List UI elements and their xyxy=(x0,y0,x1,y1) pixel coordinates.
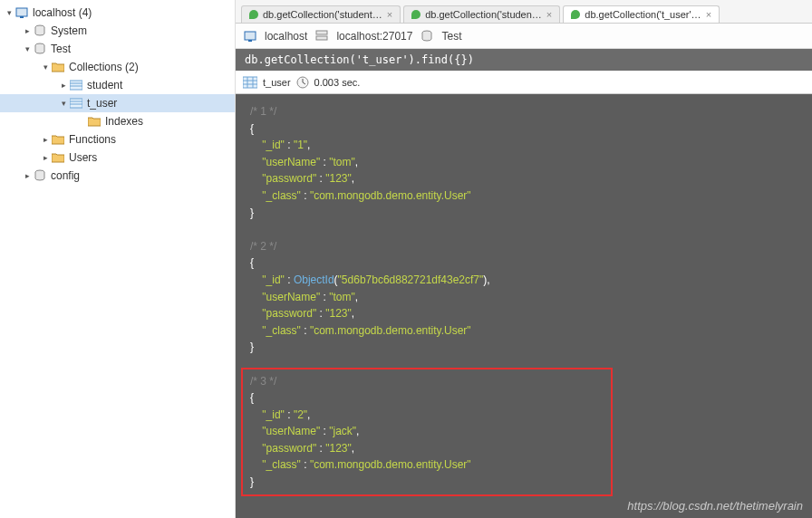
tab-query-3[interactable]: db.getCollection('t_user'… × xyxy=(563,5,720,23)
tree-label: Indexes xyxy=(105,115,143,128)
result-statusbar: t_user 0.003 sec. xyxy=(236,71,812,94)
result-time: 0.003 sec. xyxy=(314,77,361,88)
tree-node-system[interactable]: ▸ System xyxy=(0,22,235,40)
tab-label: db.getCollection('t_user'… xyxy=(585,9,701,20)
tree-label: Test xyxy=(51,43,71,55)
collection-icon xyxy=(69,78,83,92)
database-icon xyxy=(33,168,47,183)
crumb-host[interactable]: localhost xyxy=(265,30,307,43)
folder-icon xyxy=(51,150,65,165)
editor-tabs: db.getCollection('student… × db.getColle… xyxy=(236,0,812,24)
svg-rect-1 xyxy=(20,16,24,18)
close-icon[interactable]: × xyxy=(546,9,552,20)
database-icon xyxy=(33,24,47,38)
tree-node-host[interactable]: ▾ localhost (4) xyxy=(0,4,235,22)
doc-comment: /* 3 */ xyxy=(236,373,812,390)
svg-rect-13 xyxy=(316,31,327,34)
tree-node-config[interactable]: ▸ config xyxy=(0,167,235,185)
tab-query-1[interactable]: db.getCollection('student… × xyxy=(241,5,401,23)
host-icon xyxy=(14,5,29,20)
tree-node-collections[interactable]: ▾ Collections (2) xyxy=(0,58,235,76)
folder-icon xyxy=(87,114,102,129)
database-icon xyxy=(33,42,47,56)
close-icon[interactable]: × xyxy=(706,9,711,20)
doc-field: "password" : "123", xyxy=(236,305,812,322)
watermark: https://blog.csdn.net/thetimelyrain xyxy=(627,499,803,513)
doc-field: "userName" : "tom", xyxy=(236,154,812,171)
folder-icon xyxy=(51,132,65,147)
brace-close: } xyxy=(236,205,812,222)
tree-node-student[interactable]: ▸ student xyxy=(0,76,235,94)
connection-tree: ▾ localhost (4) ▸ System ▾ Test ▾ Collec… xyxy=(0,0,236,518)
tree-label: student xyxy=(87,79,122,91)
tree-label: t_user xyxy=(87,97,117,110)
svg-rect-16 xyxy=(243,77,257,88)
tree-label: Users xyxy=(69,151,97,164)
table-icon xyxy=(243,76,257,89)
tree-node-indexes[interactable]: ▸ Indexes xyxy=(0,112,235,130)
tree-node-t-user[interactable]: ▾ t_user xyxy=(0,94,235,112)
tree-node-users[interactable]: ▸ Users xyxy=(0,149,235,167)
doc-field: "userName" : "jack", xyxy=(236,423,812,440)
doc-comment: /* 1 */ xyxy=(236,103,812,120)
tab-label: db.getCollection('studen… xyxy=(425,9,542,20)
crumb-hostport[interactable]: localhost:27017 xyxy=(336,30,412,43)
leaf-icon xyxy=(249,10,258,19)
tree-node-functions[interactable]: ▸ Functions xyxy=(0,130,235,149)
svg-rect-14 xyxy=(316,36,327,40)
svg-rect-4 xyxy=(70,81,82,90)
tab-label: db.getCollection('student… xyxy=(263,9,382,20)
doc-field: "_class" : "com.mongodb.demo.entity.User… xyxy=(236,187,812,205)
database-icon xyxy=(420,29,434,43)
brace-open: { xyxy=(236,389,812,407)
crumb-db[interactable]: Test xyxy=(441,30,461,43)
close-icon[interactable]: × xyxy=(387,9,392,20)
server-icon xyxy=(314,29,329,43)
breadcrumb: localhost localhost:27017 Test xyxy=(236,24,812,49)
tree-node-test[interactable]: ▾ Test xyxy=(0,40,235,58)
tree-label: Functions xyxy=(69,133,116,146)
tree-label: Collections (2) xyxy=(69,61,139,73)
blank-line xyxy=(236,221,812,238)
doc-comment: /* 2 */ xyxy=(236,238,812,255)
tree-label: config xyxy=(51,169,80,182)
doc-field: "password" : "123", xyxy=(236,440,812,457)
result-viewer[interactable]: /* 1 */{ "_id" : "1", "userName" : "tom"… xyxy=(236,94,812,518)
leaf-icon xyxy=(571,10,580,19)
doc-field: "_id" : ObjectId("5d6b7bc6d882721df43e2c… xyxy=(236,272,812,289)
main-pane: db.getCollection('student… × db.getColle… xyxy=(236,0,812,518)
leaf-icon xyxy=(411,10,420,19)
brace-close: } xyxy=(236,339,812,356)
blank-line xyxy=(236,356,812,373)
brace-open: { xyxy=(236,254,812,272)
tab-query-2[interactable]: db.getCollection('studen… × xyxy=(403,5,560,23)
brace-open: { xyxy=(236,120,812,138)
doc-field: "_id" : "1", xyxy=(236,137,812,154)
collection-icon xyxy=(69,96,83,110)
doc-field: "_class" : "com.mongodb.demo.entity.User… xyxy=(236,322,812,340)
host-icon xyxy=(243,29,257,43)
doc-field: "_id" : "2", xyxy=(236,407,812,424)
tree-label: localhost (4) xyxy=(33,6,92,19)
doc-field: "_class" : "com.mongodb.demo.entity.User… xyxy=(236,456,812,474)
result-collection: t_user xyxy=(263,77,291,88)
query-input[interactable]: db.getCollection('t_user').find({}) xyxy=(236,49,812,71)
brace-close: } xyxy=(236,474,812,491)
folder-icon xyxy=(51,60,65,74)
clock-icon xyxy=(296,76,309,89)
svg-rect-11 xyxy=(245,32,256,40)
svg-rect-12 xyxy=(248,40,252,42)
svg-rect-7 xyxy=(70,99,82,108)
doc-field: "userName" : "tom", xyxy=(236,289,812,306)
tree-label: System xyxy=(51,24,87,37)
svg-rect-0 xyxy=(16,8,27,16)
doc-field: "password" : "123", xyxy=(236,170,812,187)
